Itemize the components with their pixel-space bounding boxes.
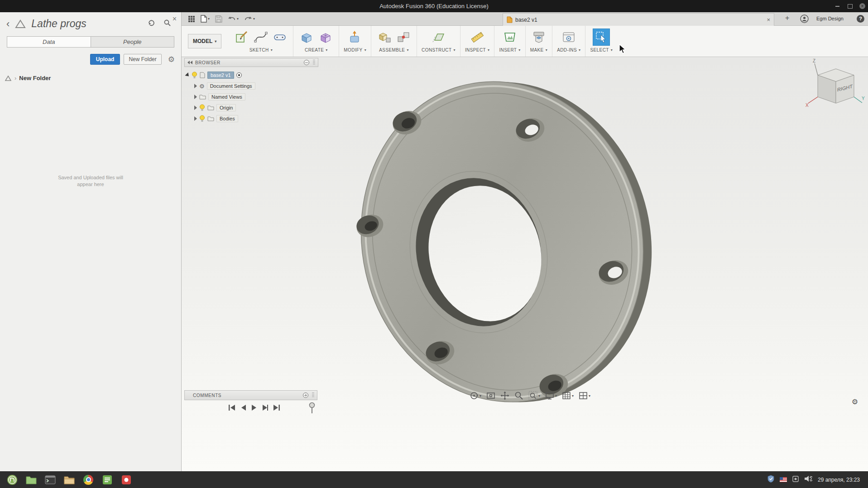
save-button[interactable]	[213, 14, 224, 24]
measure-icon[interactable]	[469, 29, 486, 46]
play-button[interactable]	[251, 405, 257, 411]
ribbon-dropdown-select[interactable]: SELECT▾	[590, 48, 613, 53]
titlebar[interactable]: Autodesk Fusion 360 (Education License) …	[0, 0, 868, 12]
back-icon[interactable]: ‹	[5, 19, 11, 29]
new-folder-button[interactable]: New Folder	[124, 54, 161, 65]
bulb-icon[interactable]	[199, 115, 205, 122]
select-tool-icon[interactable]	[593, 29, 610, 46]
mint-menu-icon[interactable]	[4, 472, 21, 487]
press-pull-icon[interactable]	[346, 29, 364, 46]
ribbon-dropdown-assemble[interactable]: ASSEMBLE▾	[379, 48, 409, 53]
create-sketch-icon[interactable]	[233, 29, 250, 46]
data-panel-close-icon[interactable]: ×	[173, 15, 177, 23]
panel-grip-handle[interactable]	[313, 60, 315, 65]
step-back-button[interactable]	[240, 405, 246, 411]
ribbon-dropdown-create[interactable]: CREATE▾	[305, 48, 328, 53]
file-manager-icon[interactable]	[61, 472, 78, 487]
tray-status-icon[interactable]	[792, 476, 799, 484]
terminal-icon[interactable]	[42, 472, 59, 487]
user-account-button[interactable]: Egm Design	[816, 16, 844, 21]
undo-button[interactable]: ▾	[226, 14, 240, 24]
document-tab[interactable]: base2 v1 ×	[503, 13, 774, 26]
upload-button[interactable]: Upload	[90, 54, 120, 65]
insert-canvas-icon[interactable]	[501, 29, 518, 46]
expand-comments-icon[interactable]	[303, 392, 308, 398]
step-forward-button[interactable]	[262, 405, 268, 411]
tab-people[interactable]: People	[91, 37, 174, 47]
volume-icon[interactable]	[804, 475, 812, 484]
breadcrumb[interactable]: › New Folder	[0, 65, 181, 81]
ribbon-dropdown-sketch[interactable]: SKETCH▾	[249, 48, 273, 53]
chrome-browser-icon[interactable]	[80, 472, 97, 487]
minimize-button[interactable]	[834, 3, 840, 10]
close-window-button[interactable]: ×	[859, 3, 865, 9]
go-to-start-button[interactable]	[229, 405, 235, 411]
redo-button[interactable]: ▾	[242, 14, 257, 24]
activate-component-radio[interactable]	[236, 72, 242, 78]
joint-icon[interactable]	[395, 29, 412, 46]
tree-item-label[interactable]: Bodies	[216, 115, 238, 122]
browser-item-named-views[interactable]: Named Views	[184, 91, 318, 102]
collapse-panel-icon[interactable]	[187, 61, 192, 64]
construction-plane-icon[interactable]	[430, 29, 447, 46]
keyboard-layout-flag-icon[interactable]	[780, 477, 787, 482]
browser-root-row[interactable]: base2 v1	[184, 70, 318, 81]
help-icon[interactable]: ?	[857, 15, 864, 23]
file-menu-button[interactable]: ▾	[199, 14, 211, 24]
ribbon-dropdown-modify[interactable]: MODIFY▾	[344, 48, 366, 53]
ribbon-dropdown-insert[interactable]: INSERT▾	[499, 48, 520, 53]
ribbon-dropdown-inspect[interactable]: INSPECT▾	[465, 48, 490, 53]
tree-item-label[interactable]: Named Views	[208, 93, 245, 100]
create-form-icon[interactable]	[317, 29, 334, 46]
breadcrumb-folder-label[interactable]: New Folder	[19, 75, 51, 81]
comments-bar[interactable]: COMMENTS	[184, 390, 317, 400]
viewcube[interactable]: RIGHT X Y Z	[802, 58, 865, 112]
new-component-icon[interactable]	[376, 29, 393, 46]
minimize-panel-icon[interactable]	[304, 60, 309, 65]
root-component-label[interactable]: base2 v1	[207, 72, 234, 79]
addins-scripts-icon[interactable]	[560, 29, 577, 46]
look-at-icon[interactable]	[485, 390, 496, 401]
tab-data[interactable]: Data	[7, 37, 91, 47]
refresh-icon[interactable]	[148, 19, 155, 29]
job-status-icon[interactable]	[800, 14, 809, 25]
pan-icon[interactable]	[499, 390, 510, 401]
ribbon-dropdown-construct[interactable]: CONSTRUCT▾	[422, 48, 456, 53]
collapsed-arrow-icon[interactable]	[194, 95, 197, 99]
search-icon[interactable]	[163, 19, 171, 29]
tree-item-label[interactable]: Document Settings	[207, 82, 255, 90]
tree-item-label[interactable]: Origin	[216, 104, 236, 111]
modeling-canvas[interactable]: RIGHT X Y Z BROWSER	[182, 57, 868, 471]
panel-grip-handle[interactable]	[312, 392, 314, 398]
orbit-icon[interactable]: ▾	[469, 390, 482, 401]
green-folder-icon[interactable]	[23, 472, 40, 487]
data-panel-gear-icon[interactable]: ⚙	[168, 55, 175, 64]
collapsed-arrow-icon[interactable]	[194, 84, 197, 88]
firewall-shield-icon[interactable]	[767, 475, 774, 484]
collapsed-arrow-icon[interactable]	[194, 105, 197, 110]
bulb-icon[interactable]	[192, 72, 197, 79]
timeline-position-marker[interactable]	[308, 402, 316, 414]
sketch-slot-icon[interactable]	[271, 29, 288, 46]
extrude-icon[interactable]	[298, 29, 315, 46]
taskbar-clock[interactable]: 29 апреля, 23:23	[818, 477, 860, 483]
make-3dprint-icon[interactable]	[530, 29, 547, 46]
expand-arrow-icon[interactable]	[185, 72, 190, 78]
preferences-gear-icon[interactable]: ⚙	[852, 397, 858, 406]
ribbon-dropdown-addins[interactable]: ADD-INS▾	[557, 48, 580, 53]
browser-item-document-settings[interactable]: ⚙ Document Settings	[184, 81, 318, 91]
display-settings-icon[interactable]: ▾	[544, 390, 558, 401]
workspace-selector[interactable]: MODEL ▾	[188, 34, 221, 48]
zoom-icon[interactable]	[513, 390, 524, 401]
red-app-icon[interactable]	[118, 472, 135, 487]
sketch-spline-icon[interactable]	[252, 29, 269, 46]
ribbon-dropdown-make[interactable]: MAKE▾	[530, 48, 547, 53]
app-grid-icon[interactable]	[186, 14, 197, 24]
collapsed-arrow-icon[interactable]	[194, 116, 197, 121]
grid-snap-icon[interactable]: ▾	[561, 390, 575, 401]
browser-item-origin[interactable]: Origin	[184, 102, 318, 113]
browser-header[interactable]: BROWSER	[184, 58, 318, 67]
go-to-end-button[interactable]	[273, 405, 280, 411]
text-editor-icon[interactable]	[99, 472, 116, 487]
bulb-icon[interactable]	[199, 104, 205, 111]
